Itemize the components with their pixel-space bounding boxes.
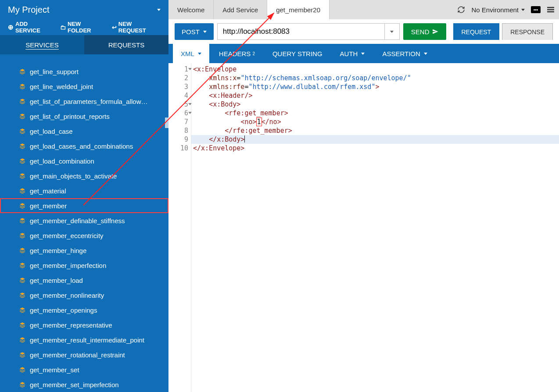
- top-tab[interactable]: get_member20: [267, 0, 330, 19]
- sidebar-item-service[interactable]: get_member_representative: [0, 317, 168, 332]
- service-label: get_member_nonlinearity: [30, 292, 104, 299]
- sidebar-item-service[interactable]: get_line_support: [0, 64, 168, 79]
- service-label: get_line_support: [30, 68, 79, 75]
- sidebar-item-service[interactable]: get_member_nonlinearity: [0, 288, 168, 303]
- service-label: get_member_load: [30, 277, 83, 284]
- subtab-auth[interactable]: AUTH: [332, 44, 373, 63]
- service-label: get_member_set_imperfection: [30, 381, 119, 388]
- sidebar-item-service[interactable]: get_member_set: [0, 362, 168, 377]
- sidebar-actions: ⊕ADD SERVICE 🗀NEW FOLDER ↩NEW REQUEST: [0, 19, 168, 35]
- url-field-wrap: [217, 23, 400, 40]
- sidebar-item-service[interactable]: get_member_eccentricity: [0, 228, 168, 243]
- sidebar-tabs: SERVICES REQUESTS: [0, 35, 168, 54]
- refresh-icon[interactable]: [457, 6, 465, 14]
- service-label: get_load_combination: [30, 157, 94, 165]
- body-subtabs: XML HEADERS2 QUERY STRING AUTH ASSERTION: [168, 44, 559, 63]
- code-area[interactable]: <x:Envelope xmlns:x="http://schemas.xmls…: [191, 63, 559, 392]
- sidebar: My Project ⊕ADD SERVICE 🗀NEW FOLDER ↩NEW…: [0, 0, 168, 392]
- sidebar-item-service[interactable]: get_load_combination: [0, 153, 168, 168]
- tab-services[interactable]: SERVICES: [0, 35, 84, 54]
- service-label: get_member_eccentricity: [30, 232, 104, 239]
- url-history-dropdown[interactable]: [384, 24, 399, 39]
- service-label: get_load_cases_and_combinations: [30, 143, 133, 150]
- service-label: get_member_rotational_restraint: [30, 351, 125, 359]
- service-label: get_member_set: [30, 366, 79, 374]
- request-bar: POST SEND REQUEST RESPONSE: [168, 19, 559, 44]
- http-method-button[interactable]: POST: [175, 23, 214, 40]
- services-list[interactable]: get_line_supportget_line_welded_jointget…: [0, 54, 168, 392]
- sidebar-item-service[interactable]: get_member: [0, 198, 168, 213]
- sidebar-item-service[interactable]: get_member_hinge: [0, 243, 168, 258]
- sidebar-item-service[interactable]: get_load_cases_and_combinations: [0, 139, 168, 153]
- service-label: get_main_objects_to_activate: [30, 172, 117, 180]
- subtab-xml[interactable]: XML: [173, 44, 209, 63]
- service-label: get_member_imperfection: [30, 262, 106, 269]
- sidebar-item-service[interactable]: get_member_openings: [0, 303, 168, 317]
- sidebar-item-service[interactable]: get_list_of_parameters_formula_allow…: [0, 94, 168, 109]
- service-label: get_member_openings: [30, 306, 97, 314]
- tab-request[interactable]: REQUEST: [453, 23, 500, 40]
- tab-response[interactable]: RESPONSE: [502, 23, 553, 40]
- service-label: get_member_result_intermediate_point: [30, 336, 144, 344]
- url-input[interactable]: [218, 24, 384, 39]
- sidebar-item-service[interactable]: get_material: [0, 183, 168, 198]
- service-label: get_member_definable_stiffness: [30, 217, 125, 225]
- new-folder-button[interactable]: 🗀NEW FOLDER: [60, 21, 106, 34]
- sidebar-item-service[interactable]: get_line_welded_joint: [0, 79, 168, 94]
- top-right-controls: No Environment •••: [457, 0, 555, 19]
- xml-editor[interactable]: 12345678910 <x:Envelope xmlns:x="http://…: [168, 63, 559, 392]
- new-request-button[interactable]: ↩NEW REQUEST: [112, 21, 161, 34]
- subtab-headers[interactable]: HEADERS2: [211, 44, 263, 63]
- svg-rect-2: [547, 11, 554, 13]
- project-title: My Project: [8, 5, 49, 15]
- sidebar-item-service[interactable]: get_member_definable_stiffness: [0, 213, 168, 228]
- subtab-assertion[interactable]: ASSERTION: [374, 44, 435, 63]
- sidebar-item-service[interactable]: get_load_case: [0, 124, 168, 139]
- folder-icon: 🗀: [60, 24, 66, 31]
- service-label: get_line_welded_joint: [30, 83, 93, 90]
- project-dropdown-icon[interactable]: [157, 9, 161, 11]
- sidebar-item-service[interactable]: get_member_imperfection: [0, 258, 168, 273]
- top-tabs: WelcomeAdd Serviceget_member20 No Enviro…: [168, 0, 559, 19]
- service-label: get_member_hinge: [30, 247, 86, 254]
- request-response-tabs: REQUEST RESPONSE: [453, 23, 553, 40]
- project-header[interactable]: My Project: [0, 0, 168, 19]
- service-label: get_list_of_parameters_formula_allow…: [30, 98, 147, 105]
- sidebar-scrollbar[interactable]: [165, 118, 168, 128]
- service-label: get_member_representative: [30, 321, 112, 329]
- arrow-icon: ↩: [112, 24, 117, 31]
- add-service-button[interactable]: ⊕ADD SERVICE: [8, 21, 54, 34]
- service-label: get_load_case: [30, 128, 73, 135]
- service-label: get_material: [30, 187, 66, 195]
- svg-rect-0: [547, 7, 554, 8]
- service-label: get_member: [30, 202, 67, 210]
- top-tab[interactable]: Add Service: [214, 0, 267, 19]
- menu-icon[interactable]: [547, 6, 555, 14]
- line-gutter: 12345678910: [168, 63, 191, 392]
- service-label: get_list_of_printout_reports: [30, 113, 110, 120]
- sidebar-item-service[interactable]: get_list_of_printout_reports: [0, 109, 168, 124]
- sidebar-item-service[interactable]: get_member_result_intermediate_point: [0, 332, 168, 347]
- chat-icon[interactable]: •••: [531, 6, 541, 13]
- subtab-query-string[interactable]: QUERY STRING: [265, 44, 330, 63]
- sidebar-item-service[interactable]: get_member_rotational_restraint: [0, 347, 168, 362]
- environment-dropdown[interactable]: No Environment: [471, 6, 525, 14]
- main-panel: WelcomeAdd Serviceget_member20 No Enviro…: [168, 0, 559, 392]
- top-tab[interactable]: Welcome: [168, 0, 214, 19]
- sidebar-item-service[interactable]: get_main_objects_to_activate: [0, 168, 168, 183]
- svg-rect-1: [547, 9, 554, 11]
- send-button[interactable]: SEND: [403, 23, 446, 40]
- tab-requests[interactable]: REQUESTS: [84, 35, 168, 54]
- sidebar-item-service[interactable]: get_member_set_imperfection: [0, 377, 168, 392]
- sidebar-item-service[interactable]: get_member_load: [0, 273, 168, 288]
